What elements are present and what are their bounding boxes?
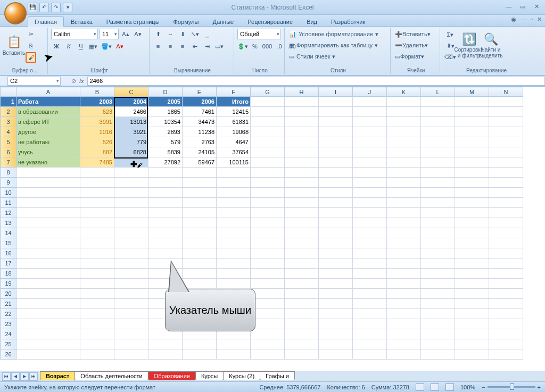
group-align-label: Выравнивание [151,68,234,73]
align-middle-icon[interactable]: ↔ [165,29,176,39]
zoom-level: 100% [460,384,475,390]
paste-icon: 📋 [7,36,21,48]
insert-cells-button[interactable]: ➕ Вставить ▾ [394,29,438,39]
align-top-icon[interactable]: ⬆ [153,29,163,39]
group-font-label: Шрифт [49,68,149,73]
find-select-button[interactable]: 🔍Найти и выделить [481,29,501,63]
paste-button[interactable]: 📋Вставить [4,29,24,63]
indent-inc-icon[interactable]: ⇥ [202,41,212,52]
group-clipboard-label: Буфер о... [2,68,47,73]
bold-button[interactable]: Ж [51,41,62,52]
quick-access-toolbar: 💾 ↶ ↷ ▾ [28,3,72,12]
sheet-tab[interactable]: Возраст [40,371,75,380]
tab-insert[interactable]: Вставка [64,16,100,27]
tab-home[interactable]: Главная [28,16,64,27]
cell-styles-button[interactable]: ▭ Стили ячеек ▾ [288,51,389,62]
fx-icon[interactable]: fx [79,78,84,84]
align-center-icon[interactable]: ≡ [165,41,176,52]
ribbon: 📋Вставить ✂ ⎘ 🖌 Буфер о... ➤ Calibri 11 … [0,27,545,76]
tab-view[interactable]: Вид [300,16,324,27]
status-count: Количество: 6 [327,384,365,390]
fill-color-icon[interactable]: 🪣▾ [100,41,113,52]
restore-icon[interactable]: ▭ [517,2,528,11]
sheet-tab[interactable]: Образование [148,371,196,380]
view-layout-icon[interactable] [431,383,439,391]
font-color-icon[interactable]: A▾ [114,41,125,52]
find-icon: 🔍 [484,33,498,46]
tab-formulas[interactable]: Формулы [167,16,206,27]
status-average: Среднее: 5379,666667 [259,384,320,390]
tab-prev-icon[interactable]: ◀ [11,372,20,381]
sheet-tab-bar: ⏮ ◀ ▶ ⏭ Возраст Область деятельности Обр… [0,371,545,381]
orientation-icon[interactable]: ⤡▾ [189,29,200,39]
group-styles-label: Стили [286,68,390,73]
minimize-icon[interactable]: — [503,2,514,11]
window-controls: — ▭ ✕ [503,2,542,11]
sheet-tab[interactable]: Область деятельности [75,371,148,380]
number-format-combo[interactable]: Общий [237,29,281,39]
callout-tooltip: Указатель мыши [165,289,255,331]
qat-more-icon[interactable]: ▾ [63,3,72,12]
wrap-text-icon[interactable]: ⎯ [202,29,212,39]
format-painter-button[interactable]: 🖌 [26,52,36,63]
autosum-icon[interactable]: Σ▾ [443,29,457,40]
fx-cancel-icon[interactable]: ⊘ [71,78,76,85]
help-icon[interactable]: ◉ [511,16,516,23]
align-left-icon[interactable]: ≡ [153,41,163,52]
ribbon-min-icon[interactable]: — [521,16,526,23]
ribbon-restore-icon[interactable]: ▫ [531,16,533,23]
group-cells-label: Ячейки [392,68,440,73]
tab-developer[interactable]: Разработчик [324,16,372,27]
tab-next-icon[interactable]: ▶ [20,372,29,381]
italic-button[interactable]: К [63,41,74,52]
merge-icon[interactable]: ▭▾ [214,41,225,52]
underline-button[interactable]: Ч [76,41,86,52]
undo-icon[interactable]: ↶ [39,3,49,12]
comma-icon[interactable]: 000 [262,41,272,52]
grow-font-icon[interactable]: A▴ [120,29,131,39]
title-bar: 💾 ↶ ↷ ▾ Статистика - Microsoft Excel — ▭… [0,0,545,15]
align-right-icon[interactable]: ≡ [177,41,188,52]
zoom-slider[interactable]: −+ [482,384,541,390]
ribbon-close-icon[interactable]: ✕ [537,16,542,23]
cell-grid[interactable]: ABCDEFGHIJKLMN1Работа2003200420052006Ито… [0,87,545,371]
indent-dec-icon[interactable]: ⇤ [189,41,200,52]
sort-icon: 🔃 [462,33,476,46]
cond-format-button[interactable]: 📊 Условное форматирование ▾ [288,29,389,39]
view-break-icon[interactable] [445,383,454,391]
close-icon[interactable]: ✕ [531,2,542,11]
format-cells-button[interactable]: ▭ Формат ▾ [394,51,438,62]
sort-filter-button[interactable]: 🔃Сортировка и фильтр [459,29,479,63]
redo-icon[interactable]: ↷ [51,3,61,12]
view-normal-icon[interactable] [416,383,424,391]
save-icon[interactable]: 💾 [28,3,37,12]
formula-bar: C2 ⊘ fx 2466 [0,76,545,86]
font-name-combo[interactable]: Calibri [51,29,98,39]
sheet-tab[interactable]: Курсы (2) [223,371,260,380]
inc-decimal-icon[interactable]: .0 [274,41,285,52]
tab-pagelayout[interactable]: Разметка страницы [100,16,167,27]
tab-review[interactable]: Рецензирование [241,16,300,27]
font-size-combo[interactable]: 11 [100,29,119,39]
tab-last-icon[interactable]: ⏭ [29,372,38,381]
copy-icon[interactable]: ⎘ [26,40,36,51]
group-editing-label: Редактирование [442,68,531,73]
align-bottom-icon[interactable]: ⬇ [177,29,188,39]
status-sum: Сумма: 32278 [371,384,409,390]
delete-cells-button[interactable]: ➖ Удалить ▾ [394,40,438,51]
format-table-button[interactable]: ▦ Форматировать как таблицу ▾ [288,40,389,51]
cut-icon[interactable]: ✂ [26,29,36,39]
shrink-font-icon[interactable]: A▾ [133,29,143,39]
ribbon-tabs: Главная Вставка Разметка страницы Формул… [0,15,545,27]
status-message: Укажите ячейку, на которую следует перен… [4,384,155,390]
tab-data[interactable]: Данные [205,16,241,27]
percent-icon[interactable]: % [250,41,260,52]
office-button[interactable] [4,2,27,24]
formula-input[interactable]: 2466 [87,77,545,86]
currency-icon[interactable]: 💲▾ [237,41,248,52]
sheet-tab[interactable]: Графы и [260,371,295,380]
name-box[interactable]: C2 [7,77,61,86]
tab-first-icon[interactable]: ⏮ [2,372,11,381]
border-icon[interactable]: ▦▾ [88,41,98,52]
sheet-tab[interactable]: Курсы [195,371,224,380]
